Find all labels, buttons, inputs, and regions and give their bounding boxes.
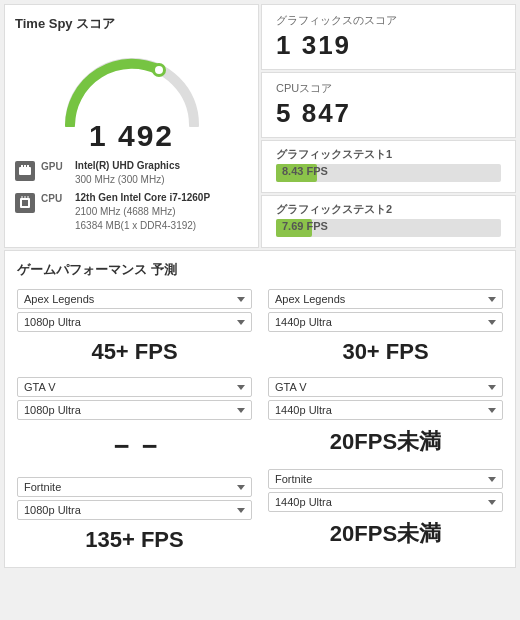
gta-1440-res-select[interactable]: 1440p Ultra	[268, 400, 503, 420]
game-perf-title: ゲームパフォーマンス 予測	[17, 261, 503, 279]
gp-col-right: Apex Legends 1440p Ultra 30+ FPS GTA V 1…	[268, 289, 503, 557]
apex-1440-res-select[interactable]: 1440p Ultra	[268, 312, 503, 332]
apex-1440-fps: 30+ FPS	[268, 335, 503, 369]
apex-1080-fps: 45+ FPS	[17, 335, 252, 369]
apex-1440-game-select[interactable]: Apex Legends	[268, 289, 503, 309]
gta-1440-game-select[interactable]: GTA V	[268, 377, 503, 397]
gp-col-left: Apex Legends 1080p Ultra 45+ FPS GTA V 1…	[17, 289, 252, 557]
gta-1080-fps: －－	[17, 423, 252, 469]
gpu-icon	[15, 161, 35, 181]
fortnite-1080-fps: 135+ FPS	[17, 523, 252, 557]
graphics-test2-card: グラフィックステスト2 7.69 FPS	[261, 195, 516, 248]
fortnite-1440-game-select[interactable]: Fortnite	[268, 469, 503, 489]
fortnite-1080-block: Fortnite 1080p Ultra 135+ FPS	[17, 477, 252, 557]
game-perf-grid: Apex Legends 1080p Ultra 45+ FPS GTA V 1…	[17, 289, 503, 557]
hw-info: GPU Intel(R) UHD Graphics 300 MHz (300 M…	[15, 159, 248, 233]
game-perf-section: ゲームパフォーマンス 予測 Apex Legends 1080p Ultra 4…	[4, 250, 516, 568]
timespy-title: Time Spy スコア	[15, 15, 248, 33]
gta-1080-res-select[interactable]: 1080p Ultra	[17, 400, 252, 420]
svg-rect-2	[19, 167, 31, 175]
cpu-row: CPU 12th Gen Intel Core i7-1260P 2100 MH…	[15, 191, 248, 233]
timespy-card: Time Spy スコア 1 492 GPU Intel(R)	[4, 4, 259, 248]
gpu-details: Intel(R) UHD Graphics 300 MHz (300 MHz)	[75, 159, 180, 187]
cpu-name: 12th Gen Intel Core i7-1260P	[75, 191, 210, 205]
gpu-row: GPU Intel(R) UHD Graphics 300 MHz (300 M…	[15, 159, 248, 187]
cpu-spec2: 16384 MB(1 x DDR4-3192)	[75, 219, 210, 233]
graphics-test1-fps: 8.43 FPS	[282, 165, 328, 177]
graphics-score-card: グラフィックスのスコア 1 319	[261, 4, 516, 70]
graphics-score-value: 1 319	[276, 30, 501, 61]
gta-1440-block: GTA V 1440p Ultra 20FPS未満	[268, 377, 503, 461]
gta-1080-block: GTA V 1080p Ultra －－	[17, 377, 252, 469]
svg-point-1	[155, 66, 163, 74]
cpu-score-value: 5 847	[276, 98, 501, 129]
fortnite-1080-game-select[interactable]: Fortnite	[17, 477, 252, 497]
graphics-test2-bar: 7.69 FPS	[276, 219, 501, 237]
graphics-test2-fps: 7.69 FPS	[282, 220, 328, 232]
gauge-container: 1 492	[15, 37, 248, 153]
svg-rect-7	[22, 200, 28, 206]
svg-rect-3	[21, 165, 23, 167]
cpu-score-title: CPUスコア	[276, 81, 501, 96]
svg-rect-5	[27, 165, 29, 167]
apex-1080-res-select[interactable]: 1080p Ultra	[17, 312, 252, 332]
gauge-svg	[52, 37, 212, 127]
apex-1440-block: Apex Legends 1440p Ultra 30+ FPS	[268, 289, 503, 369]
fortnite-1080-res-select[interactable]: 1080p Ultra	[17, 500, 252, 520]
cpu-icon	[15, 193, 35, 213]
graphics-test2-title: グラフィックステスト2	[276, 202, 501, 217]
apex-1080-block: Apex Legends 1080p Ultra 45+ FPS	[17, 289, 252, 369]
svg-rect-4	[24, 165, 26, 167]
fortnite-1440-block: Fortnite 1440p Ultra 20FPS未満	[268, 469, 503, 553]
fortnite-1440-res-select[interactable]: 1440p Ultra	[268, 492, 503, 512]
cpu-score-card: CPUスコア 5 847	[261, 72, 516, 138]
cpu-label: CPU	[41, 193, 69, 204]
graphics-score-title: グラフィックスのスコア	[276, 13, 501, 28]
gta-1440-fps: 20FPS未満	[268, 423, 503, 461]
graphics-test1-title: グラフィックステスト1	[276, 147, 501, 162]
right-top: グラフィックスのスコア 1 319 CPUスコア 5 847 グラフィックステス…	[261, 4, 516, 248]
gpu-spec: 300 MHz (300 MHz)	[75, 173, 180, 187]
apex-1080-game-select[interactable]: Apex Legends	[17, 289, 252, 309]
gpu-label: GPU	[41, 161, 69, 172]
cpu-spec1: 2100 MHz (4688 MHz)	[75, 205, 210, 219]
timespy-score: 1 492	[89, 119, 174, 153]
gpu-name: Intel(R) UHD Graphics	[75, 159, 180, 173]
cpu-details: 12th Gen Intel Core i7-1260P 2100 MHz (4…	[75, 191, 210, 233]
graphics-test1-bar: 8.43 FPS	[276, 164, 501, 182]
fortnite-1440-fps: 20FPS未満	[268, 515, 503, 553]
graphics-test1-card: グラフィックステスト1 8.43 FPS	[261, 140, 516, 193]
gta-1080-game-select[interactable]: GTA V	[17, 377, 252, 397]
